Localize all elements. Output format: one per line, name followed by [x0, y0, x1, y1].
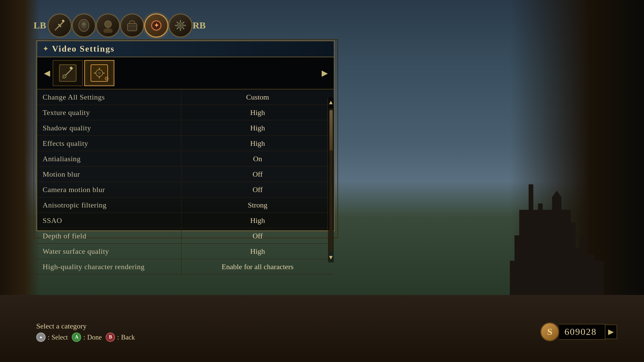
setting-value: On	[181, 151, 334, 166]
setting-row[interactable]: Motion blurOff	[37, 167, 334, 182]
setting-label: Antialiasing	[37, 151, 181, 166]
scroll-bar[interactable]	[329, 109, 333, 251]
setting-row[interactable]: Effects qualityHigh	[37, 136, 334, 151]
svg-line-22	[177, 28, 178, 29]
svg-point-30	[98, 71, 101, 75]
nav-icon-face[interactable]	[96, 13, 120, 38]
top-nav: LB ✦	[34, 13, 207, 38]
setting-row[interactable]: Shadow qualityHigh	[37, 120, 334, 136]
currency-icon: S	[540, 322, 559, 341]
hint-buttons: ● : Select A : Done B : Back	[36, 333, 135, 342]
setting-value: Off	[181, 228, 334, 243]
b-button: B	[106, 333, 115, 342]
setting-row[interactable]: AntialiasingOn	[37, 151, 334, 167]
lb-label: LB	[34, 20, 46, 31]
setting-label: Effects quality	[37, 136, 181, 151]
sub-tab-display[interactable]	[53, 60, 83, 86]
hint-done-label: :	[83, 334, 85, 341]
hint-done-text: Done	[87, 334, 102, 341]
setting-row[interactable]: Depth of fieldOff	[37, 228, 334, 244]
svg-point-7	[82, 22, 86, 26]
currency-amount: 609028	[559, 324, 605, 340]
svg-rect-10	[127, 23, 137, 31]
svg-text:✦: ✦	[154, 22, 159, 29]
main-panel: ✦ Video Settings ◀	[36, 40, 335, 231]
svg-point-27	[63, 75, 66, 78]
setting-label: Texture quality	[37, 105, 181, 120]
setting-label: Camera motion blur	[37, 182, 181, 197]
panel-title: Video Settings	[52, 44, 115, 54]
setting-value: Off	[181, 182, 334, 197]
setting-value: Off	[181, 167, 334, 182]
hint-select: ● : Select	[36, 333, 68, 342]
scroll-down-arrow[interactable]: ▼	[328, 253, 334, 262]
setting-value: High	[181, 120, 334, 135]
currency-arrow: ▶	[605, 324, 617, 339]
currency-display: S 609028 ▶	[540, 322, 617, 341]
setting-value: High	[181, 213, 334, 228]
panel-title-bar: ✦ Video Settings	[37, 41, 334, 57]
sub-tabs: ◀ ⚙	[37, 57, 334, 89]
svg-line-21	[183, 28, 184, 29]
setting-label: Change All Settings	[37, 89, 181, 105]
panel-title-icon: ✦	[43, 45, 49, 53]
hint-back-text: Back	[121, 334, 135, 341]
hint-back-label: :	[117, 334, 119, 341]
nav-icon-bag[interactable]	[120, 13, 144, 38]
hint-select-label: :	[48, 334, 50, 341]
setting-row[interactable]: Water surface qualityHigh	[37, 244, 334, 259]
scroll-up-arrow[interactable]: ▲	[328, 98, 334, 107]
svg-text:⚙: ⚙	[104, 76, 109, 81]
hint-back: B : Back	[106, 333, 135, 342]
stick-button: ●	[36, 333, 46, 342]
sub-tab-left-arrow[interactable]: ◀	[41, 68, 53, 78]
bottom-bar: Select a category ● : Select A : Done B …	[36, 322, 644, 342]
scroll-thumb	[329, 110, 333, 150]
bottom-hints: Select a category ● : Select A : Done B …	[36, 322, 135, 342]
setting-value: High	[181, 136, 334, 151]
setting-label: Motion blur	[37, 167, 181, 182]
setting-value: High	[181, 105, 334, 120]
setting-label: SSAO	[37, 213, 181, 228]
a-button: A	[72, 333, 81, 342]
setting-value: High	[181, 244, 334, 259]
svg-line-23	[183, 22, 184, 23]
sub-tab-video[interactable]: ⚙	[84, 60, 114, 86]
svg-point-8	[105, 21, 111, 27]
hint-select-text: Select	[52, 334, 68, 341]
scrollbar-track: ▲ ▼	[328, 98, 334, 262]
setting-value: Strong	[181, 197, 334, 213]
nav-icon-sword[interactable]	[48, 13, 72, 38]
hint-done: A : Done	[72, 333, 102, 342]
setting-row[interactable]: SSAOHigh	[37, 213, 334, 228]
hint-line1: Select a category	[36, 322, 135, 330]
setting-row[interactable]: Change All SettingsCustom	[37, 89, 334, 105]
rb-label: RB	[193, 20, 206, 31]
setting-label: High-quality character rendering	[37, 259, 181, 274]
setting-label: Shadow quality	[37, 120, 181, 135]
setting-value: Enable for all characters	[181, 259, 334, 274]
nav-icon-mark[interactable]: ✦	[144, 13, 168, 38]
settings-list: Change All SettingsCustomTexture quality…	[37, 89, 334, 275]
setting-row[interactable]: Camera motion blurOff	[37, 182, 334, 197]
sub-tab-right-arrow[interactable]: ▶	[319, 68, 330, 78]
nav-icon-gear[interactable]	[168, 13, 193, 38]
setting-value: Custom	[181, 89, 334, 105]
svg-point-15	[179, 24, 182, 27]
svg-line-20	[177, 22, 178, 23]
svg-point-9	[103, 28, 113, 33]
setting-label: Anisotropic filtering	[37, 197, 181, 213]
setting-label: Depth of field	[37, 228, 181, 243]
setting-row[interactable]: High-quality character renderingEnable f…	[37, 259, 334, 275]
setting-row[interactable]: Anisotropic filteringStrong	[37, 197, 334, 213]
nav-icon-shield[interactable]	[72, 13, 96, 38]
setting-label: Water surface quality	[37, 244, 181, 259]
setting-row[interactable]: Texture qualityHigh	[37, 105, 334, 120]
